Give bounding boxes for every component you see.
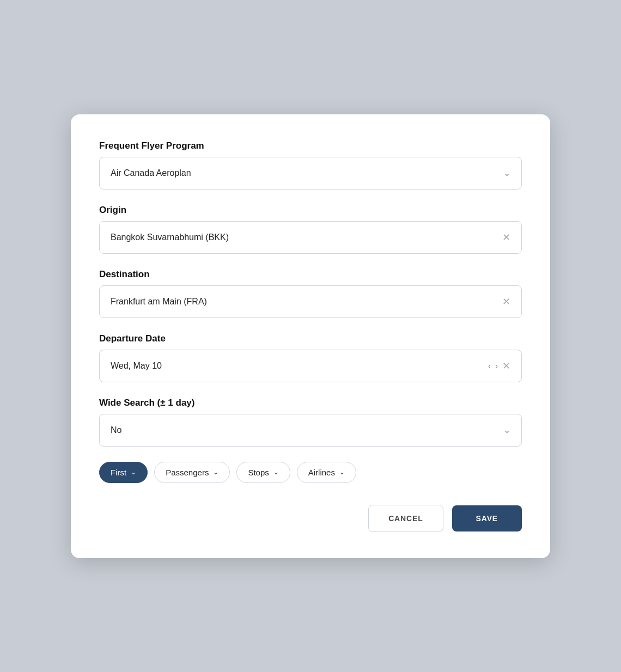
filter-airlines-label: Airlines — [308, 468, 335, 477]
departure-date-label: Departure Date — [99, 333, 522, 344]
destination-input[interactable]: Frankfurt am Main (FRA) ✕ — [99, 285, 522, 318]
modal-container: Frequent Flyer Program Air Canada Aeropl… — [71, 114, 550, 558]
filter-airlines-chevron-icon: ⌄ — [339, 468, 345, 476]
save-button[interactable]: SAVE — [452, 505, 522, 532]
origin-clear-icon[interactable]: ✕ — [502, 231, 510, 243]
origin-label: Origin — [99, 205, 522, 216]
filter-passengers-label: Passengers — [166, 468, 209, 477]
origin-group: Origin Bangkok Suvarnabhumi (BKK) ✕ — [99, 205, 522, 254]
filter-stops-label: Stops — [248, 468, 269, 477]
destination-clear-icon[interactable]: ✕ — [502, 296, 510, 308]
cancel-button[interactable]: CANCEL — [368, 505, 443, 532]
frequent-flyer-value: Air Canada Aeroplan — [111, 168, 191, 178]
filter-first-label: First — [111, 468, 126, 477]
date-next-icon[interactable]: › — [495, 361, 498, 370]
filter-stops-chevron-icon: ⌄ — [273, 468, 279, 476]
frequent-flyer-group: Frequent Flyer Program Air Canada Aeropl… — [99, 140, 522, 190]
date-prev-icon[interactable]: ‹ — [488, 361, 491, 370]
destination-group: Destination Frankfurt am Main (FRA) ✕ — [99, 269, 522, 318]
wide-search-value: No — [111, 425, 121, 435]
destination-label: Destination — [99, 269, 522, 280]
backdrop: Frequent Flyer Program Air Canada Aeropl… — [0, 0, 621, 672]
filter-chip-airlines[interactable]: Airlines ⌄ — [297, 462, 356, 483]
filter-chip-first[interactable]: First ⌄ — [99, 462, 148, 483]
departure-date-input[interactable]: Wed, May 10 ‹ › ✕ — [99, 350, 522, 382]
filter-first-chevron-icon: ⌄ — [131, 468, 136, 476]
filter-chip-stops[interactable]: Stops ⌄ — [236, 462, 290, 483]
departure-date-group: Departure Date Wed, May 10 ‹ › ✕ — [99, 333, 522, 382]
actions-row: CANCEL SAVE — [99, 505, 522, 532]
wide-search-select[interactable]: No ⌄ — [99, 414, 522, 447]
wide-search-chevron-icon: ⌄ — [503, 425, 510, 435]
filter-chip-passengers[interactable]: Passengers ⌄ — [154, 462, 230, 483]
chevron-down-icon: ⌄ — [503, 168, 510, 178]
wide-search-label: Wide Search (± 1 day) — [99, 398, 522, 408]
filters-row: First ⌄ Passengers ⌄ Stops ⌄ Airlines ⌄ — [99, 462, 522, 483]
date-clear-icon[interactable]: ✕ — [502, 360, 510, 372]
destination-value: Frankfurt am Main (FRA) — [111, 297, 207, 307]
origin-input[interactable]: Bangkok Suvarnabhumi (BKK) ✕ — [99, 221, 522, 254]
origin-value: Bangkok Suvarnabhumi (BKK) — [111, 233, 229, 242]
wide-search-group: Wide Search (± 1 day) No ⌄ — [99, 398, 522, 447]
frequent-flyer-label: Frequent Flyer Program — [99, 140, 522, 151]
frequent-flyer-select[interactable]: Air Canada Aeroplan ⌄ — [99, 157, 522, 190]
filter-passengers-chevron-icon: ⌄ — [213, 468, 218, 476]
departure-date-value: Wed, May 10 — [111, 361, 162, 371]
